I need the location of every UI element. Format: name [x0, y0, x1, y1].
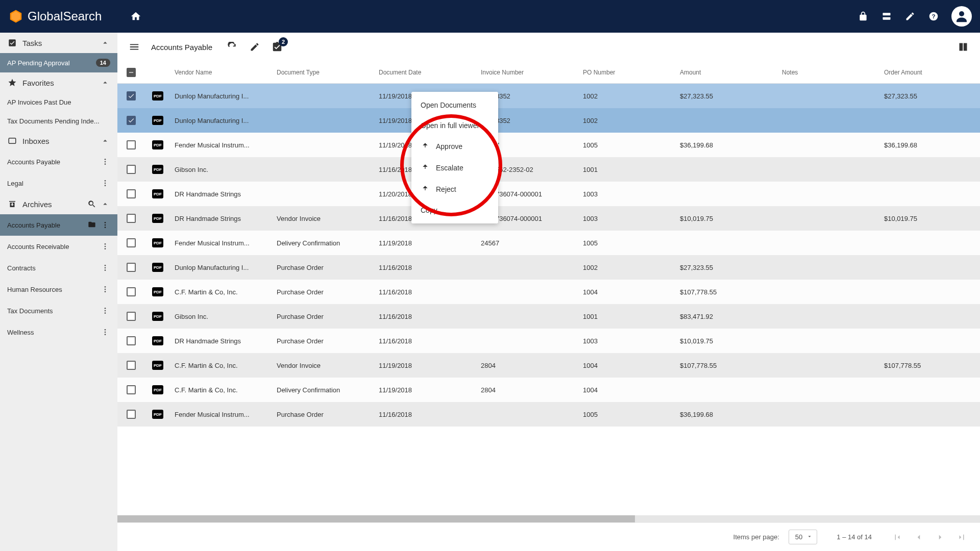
sidebar-item-archive-contracts[interactable]: Contracts: [0, 257, 117, 279]
more-vert-icon[interactable]: [100, 327, 110, 337]
cell-date: 11/16/2018: [375, 313, 477, 320]
table-row[interactable]: PDFDunlop Manufacturing I...11/19/201803…: [117, 84, 980, 108]
view-toggle-icon[interactable]: [958, 41, 969, 53]
table-row[interactable]: PDFFender Musical Instrum...Delivery Con…: [117, 231, 980, 255]
cell-doctype: Vendor Invoice: [273, 362, 375, 369]
refresh-icon[interactable]: [227, 41, 238, 53]
svg-point-11: [105, 185, 106, 186]
more-vert-icon[interactable]: [100, 241, 110, 252]
cell-vendor: C.F. Martin & Co, Inc.: [170, 386, 273, 394]
sidebar-item-inbox-legal[interactable]: Legal: [0, 172, 117, 194]
svg-point-15: [105, 243, 106, 245]
row-checkbox[interactable]: [127, 140, 136, 149]
last-page-button[interactable]: [955, 531, 968, 543]
sidebar-section-favorites[interactable]: Favorites: [0, 72, 117, 93]
svg-point-26: [105, 312, 106, 314]
home-button[interactable]: [130, 11, 141, 22]
next-page-button[interactable]: [934, 531, 946, 543]
col-header-po[interactable]: PO Number: [579, 69, 676, 76]
items-per-page-select[interactable]: 50: [789, 530, 817, 544]
ctx-reject[interactable]: Reject: [411, 179, 498, 200]
more-vert-icon[interactable]: [100, 220, 110, 230]
compose-icon[interactable]: [904, 11, 916, 22]
more-vert-icon[interactable]: [100, 157, 110, 167]
col-header-invoice[interactable]: Invoice Number: [477, 69, 579, 76]
row-checkbox[interactable]: [127, 238, 136, 247]
table-row[interactable]: PDFDR Handmade Strings11/20/201800477360…: [117, 182, 980, 206]
assignment-check-icon[interactable]: 2: [272, 41, 283, 53]
row-checkbox[interactable]: [127, 312, 136, 321]
row-checkbox[interactable]: [127, 263, 136, 272]
row-checkbox[interactable]: [127, 189, 136, 198]
ctx-open-full-viewer[interactable]: Open in full viewer: [411, 115, 498, 136]
sidebar-item-inbox-ap[interactable]: Accounts Payable: [0, 151, 117, 172]
edit-icon[interactable]: [249, 41, 260, 53]
col-header-vendor[interactable]: Vendor Name: [170, 69, 273, 76]
table-row[interactable]: PDFFender Musical Instrum...Purchase Ord…: [117, 402, 980, 427]
ctx-copy[interactable]: Copy: [411, 200, 498, 220]
table-row[interactable]: PDFGibson Inc.11/16/20188893562-2352-021…: [117, 157, 980, 182]
sidebar-section-inboxes[interactable]: Inboxes: [0, 131, 117, 151]
cell-po: 1003: [579, 337, 676, 345]
svg-rect-5: [9, 138, 16, 144]
col-header-date[interactable]: Document Date: [375, 69, 477, 76]
row-checkbox[interactable]: [127, 385, 136, 394]
pdf-icon: PDF: [152, 91, 163, 101]
row-checkbox[interactable]: [127, 410, 136, 419]
table-row[interactable]: PDFFender Musical Instrum...11/19/201824…: [117, 133, 980, 157]
sidebar-item-ap-past-due[interactable]: AP Invoices Past Due: [0, 93, 117, 112]
server-icon[interactable]: [881, 11, 892, 22]
lock-icon[interactable]: [857, 11, 869, 22]
more-vert-icon[interactable]: [100, 178, 110, 188]
prev-page-button[interactable]: [913, 531, 925, 543]
sidebar-item-archive-tax[interactable]: Tax Documents: [0, 300, 117, 321]
sidebar-item-archive-wellness[interactable]: Wellness: [0, 321, 117, 343]
sidebar-item-tax-pending[interactable]: Tax Documents Pending Inde...: [0, 112, 117, 131]
row-checkbox[interactable]: [127, 361, 136, 370]
col-header-order[interactable]: Order Amount: [880, 69, 962, 76]
table-row[interactable]: PDFDunlop Manufacturing I...11/19/201803…: [117, 108, 980, 133]
row-checkbox[interactable]: [127, 116, 136, 125]
table-row[interactable]: PDFDunlop Manufacturing I...Purchase Ord…: [117, 255, 980, 280]
user-avatar[interactable]: [951, 6, 972, 27]
row-checkbox[interactable]: [127, 165, 136, 174]
items-per-page-label: Items per page:: [733, 533, 779, 541]
row-checkbox[interactable]: [127, 336, 136, 345]
table-row[interactable]: PDFDR Handmade StringsPurchase Order11/1…: [117, 329, 980, 353]
cell-amount: $36,199.68: [676, 141, 778, 149]
svg-point-20: [105, 269, 106, 271]
first-page-button[interactable]: [891, 531, 903, 543]
more-vert-icon[interactable]: [100, 263, 110, 273]
table-row[interactable]: PDFDR Handmade StringsVendor Invoice11/1…: [117, 206, 980, 231]
menu-icon[interactable]: [129, 41, 140, 53]
table-footer: Items per page: 50 1 – 14 of 14: [117, 522, 980, 551]
horizontal-scrollbar[interactable]: [117, 515, 980, 522]
more-vert-icon[interactable]: [100, 284, 110, 294]
pdf-icon: PDF: [152, 189, 163, 198]
sidebar-item-ap-pending[interactable]: AP Pending Approval 14: [0, 53, 117, 72]
cell-vendor: Fender Musical Instrum...: [170, 239, 273, 247]
sidebar-item-archive-ar[interactable]: Accounts Receivable: [0, 236, 117, 257]
ctx-escalate[interactable]: Escalate: [411, 157, 498, 179]
sidebar-section-tasks[interactable]: Tasks: [0, 33, 117, 53]
col-header-amount[interactable]: Amount: [676, 69, 778, 76]
sidebar-section-archives[interactable]: Archives: [0, 194, 117, 214]
ctx-approve[interactable]: Approve: [411, 136, 498, 157]
search-icon[interactable]: [87, 199, 97, 209]
row-checkbox[interactable]: [127, 91, 136, 101]
table-row[interactable]: PDFGibson Inc.Purchase Order11/16/201810…: [117, 304, 980, 329]
sidebar-item-archive-hr[interactable]: Human Resources: [0, 279, 117, 300]
row-checkbox[interactable]: [127, 214, 136, 223]
ctx-open-documents[interactable]: Open Documents: [411, 95, 498, 115]
more-vert-icon[interactable]: [100, 306, 110, 316]
col-header-doctype[interactable]: Document Type: [273, 69, 375, 76]
row-checkbox[interactable]: [127, 287, 136, 296]
sidebar-item-archive-ap[interactable]: Accounts Payable: [0, 214, 117, 236]
table-row[interactable]: PDFC.F. Martin & Co, Inc.Purchase Order1…: [117, 280, 980, 304]
col-header-notes[interactable]: Notes: [778, 69, 880, 76]
table-row[interactable]: PDFC.F. Martin & Co, Inc.Delivery Confir…: [117, 378, 980, 402]
table-row[interactable]: PDFC.F. Martin & Co, Inc.Vendor Invoice1…: [117, 353, 980, 378]
folder-icon: [88, 220, 97, 230]
select-all-checkbox[interactable]: [127, 68, 136, 77]
help-icon[interactable]: ?: [928, 11, 939, 22]
